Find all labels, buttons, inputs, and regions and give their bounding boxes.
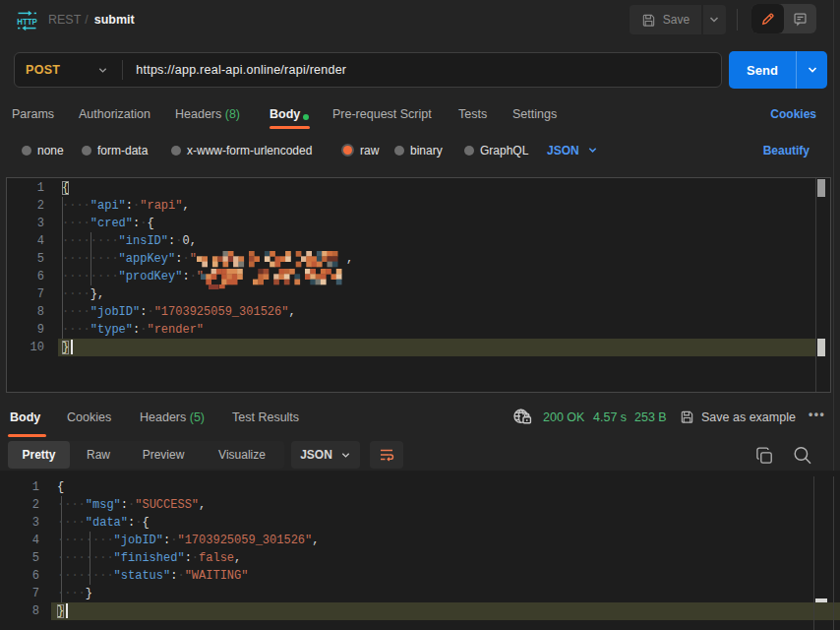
svg-text:HTTP: HTTP: [17, 16, 37, 27]
